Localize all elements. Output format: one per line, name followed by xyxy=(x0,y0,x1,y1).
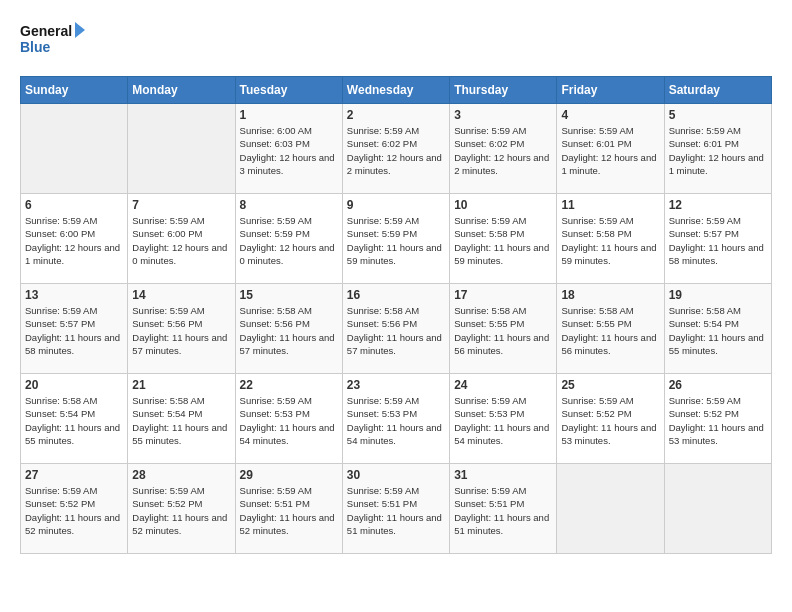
weekday-header-row: SundayMondayTuesdayWednesdayThursdayFrid… xyxy=(21,77,772,104)
day-number: 1 xyxy=(240,108,338,122)
calendar-cell: 17Sunrise: 5:58 AM Sunset: 5:55 PM Dayli… xyxy=(450,284,557,374)
day-number: 26 xyxy=(669,378,767,392)
day-info: Sunrise: 5:58 AM Sunset: 5:56 PM Dayligh… xyxy=(347,304,445,357)
calendar-cell: 16Sunrise: 5:58 AM Sunset: 5:56 PM Dayli… xyxy=(342,284,449,374)
calendar-cell: 14Sunrise: 5:59 AM Sunset: 5:56 PM Dayli… xyxy=(128,284,235,374)
day-number: 5 xyxy=(669,108,767,122)
day-number: 21 xyxy=(132,378,230,392)
day-number: 12 xyxy=(669,198,767,212)
day-info: Sunrise: 5:59 AM Sunset: 5:51 PM Dayligh… xyxy=(240,484,338,537)
calendar-cell: 25Sunrise: 5:59 AM Sunset: 5:52 PM Dayli… xyxy=(557,374,664,464)
calendar-cell: 29Sunrise: 5:59 AM Sunset: 5:51 PM Dayli… xyxy=(235,464,342,554)
logo-svg: GeneralBlue xyxy=(20,20,90,60)
calendar-cell: 15Sunrise: 5:58 AM Sunset: 5:56 PM Dayli… xyxy=(235,284,342,374)
weekday-header: Sunday xyxy=(21,77,128,104)
day-info: Sunrise: 5:59 AM Sunset: 5:51 PM Dayligh… xyxy=(347,484,445,537)
weekday-header: Thursday xyxy=(450,77,557,104)
day-number: 9 xyxy=(347,198,445,212)
day-number: 31 xyxy=(454,468,552,482)
day-info: Sunrise: 5:59 AM Sunset: 5:52 PM Dayligh… xyxy=(561,394,659,447)
day-info: Sunrise: 5:59 AM Sunset: 5:58 PM Dayligh… xyxy=(561,214,659,267)
day-number: 20 xyxy=(25,378,123,392)
calendar-cell: 12Sunrise: 5:59 AM Sunset: 5:57 PM Dayli… xyxy=(664,194,771,284)
calendar-cell: 23Sunrise: 5:59 AM Sunset: 5:53 PM Dayli… xyxy=(342,374,449,464)
calendar-cell: 21Sunrise: 5:58 AM Sunset: 5:54 PM Dayli… xyxy=(128,374,235,464)
day-info: Sunrise: 5:59 AM Sunset: 5:53 PM Dayligh… xyxy=(240,394,338,447)
day-number: 17 xyxy=(454,288,552,302)
day-number: 7 xyxy=(132,198,230,212)
weekday-header: Friday xyxy=(557,77,664,104)
calendar-cell: 22Sunrise: 5:59 AM Sunset: 5:53 PM Dayli… xyxy=(235,374,342,464)
day-info: Sunrise: 5:59 AM Sunset: 6:01 PM Dayligh… xyxy=(561,124,659,177)
calendar-cell: 30Sunrise: 5:59 AM Sunset: 5:51 PM Dayli… xyxy=(342,464,449,554)
day-info: Sunrise: 5:59 AM Sunset: 5:53 PM Dayligh… xyxy=(347,394,445,447)
weekday-header: Monday xyxy=(128,77,235,104)
day-info: Sunrise: 5:59 AM Sunset: 6:02 PM Dayligh… xyxy=(347,124,445,177)
day-number: 4 xyxy=(561,108,659,122)
calendar-cell: 9Sunrise: 5:59 AM Sunset: 5:59 PM Daylig… xyxy=(342,194,449,284)
page-header: GeneralBlue xyxy=(20,20,772,60)
calendar-cell: 4Sunrise: 5:59 AM Sunset: 6:01 PM Daylig… xyxy=(557,104,664,194)
weekday-header: Wednesday xyxy=(342,77,449,104)
calendar-cell: 26Sunrise: 5:59 AM Sunset: 5:52 PM Dayli… xyxy=(664,374,771,464)
day-info: Sunrise: 5:58 AM Sunset: 5:55 PM Dayligh… xyxy=(561,304,659,357)
day-info: Sunrise: 5:59 AM Sunset: 6:00 PM Dayligh… xyxy=(25,214,123,267)
day-info: Sunrise: 5:59 AM Sunset: 5:52 PM Dayligh… xyxy=(25,484,123,537)
calendar-week-row: 20Sunrise: 5:58 AM Sunset: 5:54 PM Dayli… xyxy=(21,374,772,464)
calendar-cell: 6Sunrise: 5:59 AM Sunset: 6:00 PM Daylig… xyxy=(21,194,128,284)
day-number: 25 xyxy=(561,378,659,392)
svg-text:General: General xyxy=(20,23,72,39)
day-number: 13 xyxy=(25,288,123,302)
day-info: Sunrise: 5:59 AM Sunset: 5:51 PM Dayligh… xyxy=(454,484,552,537)
day-number: 14 xyxy=(132,288,230,302)
calendar-cell: 7Sunrise: 5:59 AM Sunset: 6:00 PM Daylig… xyxy=(128,194,235,284)
day-number: 18 xyxy=(561,288,659,302)
day-info: Sunrise: 5:59 AM Sunset: 6:02 PM Dayligh… xyxy=(454,124,552,177)
day-number: 11 xyxy=(561,198,659,212)
day-info: Sunrise: 5:59 AM Sunset: 6:00 PM Dayligh… xyxy=(132,214,230,267)
day-info: Sunrise: 5:59 AM Sunset: 5:56 PM Dayligh… xyxy=(132,304,230,357)
day-number: 30 xyxy=(347,468,445,482)
calendar-cell xyxy=(557,464,664,554)
day-number: 19 xyxy=(669,288,767,302)
calendar-cell: 28Sunrise: 5:59 AM Sunset: 5:52 PM Dayli… xyxy=(128,464,235,554)
calendar-cell: 13Sunrise: 5:59 AM Sunset: 5:57 PM Dayli… xyxy=(21,284,128,374)
weekday-header: Tuesday xyxy=(235,77,342,104)
calendar-cell: 8Sunrise: 5:59 AM Sunset: 5:59 PM Daylig… xyxy=(235,194,342,284)
day-info: Sunrise: 5:59 AM Sunset: 5:52 PM Dayligh… xyxy=(669,394,767,447)
day-info: Sunrise: 5:59 AM Sunset: 5:57 PM Dayligh… xyxy=(669,214,767,267)
day-number: 24 xyxy=(454,378,552,392)
calendar-table: SundayMondayTuesdayWednesdayThursdayFrid… xyxy=(20,76,772,554)
day-info: Sunrise: 5:58 AM Sunset: 5:55 PM Dayligh… xyxy=(454,304,552,357)
day-number: 29 xyxy=(240,468,338,482)
calendar-cell: 19Sunrise: 5:58 AM Sunset: 5:54 PM Dayli… xyxy=(664,284,771,374)
svg-marker-2 xyxy=(75,22,85,38)
day-number: 22 xyxy=(240,378,338,392)
calendar-week-row: 27Sunrise: 5:59 AM Sunset: 5:52 PM Dayli… xyxy=(21,464,772,554)
day-info: Sunrise: 5:59 AM Sunset: 5:59 PM Dayligh… xyxy=(347,214,445,267)
day-number: 16 xyxy=(347,288,445,302)
calendar-week-row: 13Sunrise: 5:59 AM Sunset: 5:57 PM Dayli… xyxy=(21,284,772,374)
calendar-cell xyxy=(21,104,128,194)
day-info: Sunrise: 5:59 AM Sunset: 5:53 PM Dayligh… xyxy=(454,394,552,447)
day-info: Sunrise: 5:58 AM Sunset: 5:54 PM Dayligh… xyxy=(132,394,230,447)
day-info: Sunrise: 5:59 AM Sunset: 5:58 PM Dayligh… xyxy=(454,214,552,267)
calendar-cell xyxy=(664,464,771,554)
day-info: Sunrise: 5:59 AM Sunset: 5:52 PM Dayligh… xyxy=(132,484,230,537)
day-number: 3 xyxy=(454,108,552,122)
calendar-cell: 5Sunrise: 5:59 AM Sunset: 6:01 PM Daylig… xyxy=(664,104,771,194)
calendar-week-row: 1Sunrise: 6:00 AM Sunset: 6:03 PM Daylig… xyxy=(21,104,772,194)
calendar-cell: 24Sunrise: 5:59 AM Sunset: 5:53 PM Dayli… xyxy=(450,374,557,464)
svg-text:Blue: Blue xyxy=(20,39,51,55)
calendar-cell: 11Sunrise: 5:59 AM Sunset: 5:58 PM Dayli… xyxy=(557,194,664,284)
day-number: 15 xyxy=(240,288,338,302)
day-number: 2 xyxy=(347,108,445,122)
day-number: 8 xyxy=(240,198,338,212)
calendar-cell: 1Sunrise: 6:00 AM Sunset: 6:03 PM Daylig… xyxy=(235,104,342,194)
day-number: 6 xyxy=(25,198,123,212)
weekday-header: Saturday xyxy=(664,77,771,104)
calendar-cell: 2Sunrise: 5:59 AM Sunset: 6:02 PM Daylig… xyxy=(342,104,449,194)
day-number: 28 xyxy=(132,468,230,482)
day-info: Sunrise: 5:59 AM Sunset: 5:57 PM Dayligh… xyxy=(25,304,123,357)
calendar-week-row: 6Sunrise: 5:59 AM Sunset: 6:00 PM Daylig… xyxy=(21,194,772,284)
